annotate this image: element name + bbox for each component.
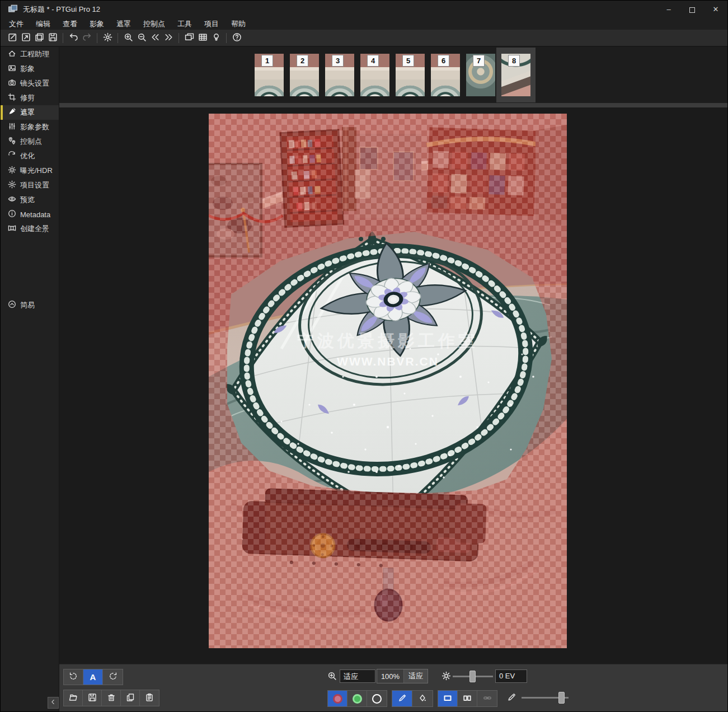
auto-mask-button[interactable]: A xyxy=(83,669,103,685)
mask-red-button[interactable] xyxy=(328,691,347,706)
sidebar-item-2[interactable]: 影象 xyxy=(1,62,59,76)
toolbar-open-project-button[interactable] xyxy=(19,31,32,45)
zoom-fit-select[interactable]: 适应 xyxy=(340,669,375,683)
menu-item-1[interactable]: 编辑 xyxy=(30,17,57,30)
prev-image-icon xyxy=(151,32,160,44)
view-link-button[interactable] xyxy=(477,691,497,706)
sidebar-item-10[interactable]: 项目设置 xyxy=(1,178,59,193)
sidebar-item-11[interactable]: 预览 xyxy=(1,193,59,207)
toolbar-new-project-button[interactable] xyxy=(6,31,19,45)
fill-bucket-tool-button[interactable] xyxy=(412,691,433,706)
sidebar-item-5[interactable]: 遮罩 xyxy=(1,105,59,120)
thumbnail-3[interactable]: 3 xyxy=(325,54,354,96)
sidebar-item-6[interactable]: 影象参数 xyxy=(1,120,59,134)
mask-file-group xyxy=(63,690,159,706)
menu-item-5[interactable]: 控制点 xyxy=(137,17,171,30)
window-title: 无标题 * - PTGui Pro 12 xyxy=(23,4,100,15)
toolbar-separator xyxy=(118,33,118,43)
thumbnail-scrollbar[interactable] xyxy=(59,103,727,107)
brightness-slider-handle[interactable] xyxy=(469,671,476,682)
sidebar-item-13[interactable]: 创建全景 xyxy=(1,222,59,236)
sidebar-item-label: Metadata xyxy=(20,210,50,219)
zoom-100-button[interactable]: 100% xyxy=(377,669,404,683)
sidebar-collapse-button[interactable] xyxy=(48,697,59,709)
ev-value-field[interactable]: 0 EV xyxy=(495,669,527,683)
toolbar-hint-bulb-button[interactable] xyxy=(209,31,223,45)
pen-tool-button[interactable] xyxy=(392,691,412,706)
mask-green-button[interactable] xyxy=(347,691,367,706)
save-disk-icon xyxy=(88,693,97,704)
toolbar-redo-button[interactable] xyxy=(80,31,93,45)
sidebar-item-8[interactable]: 优化 xyxy=(1,149,59,163)
menu-item-6[interactable]: 工具 xyxy=(171,17,198,30)
folder-open-button[interactable] xyxy=(64,690,83,706)
copy-pages-button[interactable] xyxy=(121,690,140,706)
thumbnail-number: 1 xyxy=(261,55,273,67)
toolbar-save-disk-button[interactable] xyxy=(46,31,59,45)
menu-item-3[interactable]: 影象 xyxy=(83,17,110,30)
toolbar-magnifier-plus-button[interactable] xyxy=(121,31,135,45)
sidebar-item-label: 影象 xyxy=(20,64,35,74)
mask-clear-button[interactable] xyxy=(367,691,387,706)
paste-clipboard-button[interactable] xyxy=(140,690,159,706)
pen-icon xyxy=(398,694,407,704)
camera-icon xyxy=(8,78,16,88)
view-dual-button[interactable] xyxy=(458,691,477,706)
toolbar-prev-image-button[interactable] xyxy=(148,31,162,45)
maximize-button[interactable] xyxy=(680,1,704,17)
sidebar-item-4[interactable]: 修剪 xyxy=(1,91,59,105)
toolbar-add-images-button[interactable] xyxy=(32,31,46,45)
magnifier-icon xyxy=(327,671,337,683)
thumbnail-2[interactable]: 2 xyxy=(290,54,319,96)
sidebar-item-9[interactable]: 曝光/HDR xyxy=(1,163,59,178)
sidebar-item-1[interactable]: 工程助理 xyxy=(1,47,59,62)
mask-canvas[interactable]: 宁波优景摄影工作室 WWW.NBVR.CN xyxy=(209,114,567,648)
menu-item-4[interactable]: 遮罩 xyxy=(110,17,137,30)
menu-item-0[interactable]: 文件 xyxy=(3,17,30,30)
brightness-slider[interactable] xyxy=(453,669,493,684)
toolbar-next-image-button[interactable] xyxy=(162,31,175,45)
thumbnail-1[interactable]: 1 xyxy=(255,54,284,96)
mask-red-icon xyxy=(333,694,342,704)
brush-size-pencil-icon xyxy=(507,692,516,704)
mask-editor-viewport: 宁波优景摄影工作室 WWW.NBVR.CN xyxy=(59,107,727,664)
sidebar-item-7[interactable]: 控制点 xyxy=(1,134,59,149)
optimize-icon xyxy=(8,151,16,161)
thumbnail-5[interactable]: 5 xyxy=(396,54,425,96)
save-disk-button[interactable] xyxy=(83,690,102,706)
rotate-ccw-button[interactable] xyxy=(64,669,83,685)
thumbnail-number: 2 xyxy=(297,55,308,67)
sidebar-item-12[interactable]: Metadata xyxy=(1,207,59,222)
thumbnail-6[interactable]: 6 xyxy=(431,54,460,96)
toolbar-undo-button[interactable] xyxy=(67,31,80,45)
sidebar-item-label: 曝光/HDR xyxy=(20,166,53,176)
menu-item-8[interactable]: 帮助 xyxy=(225,17,252,30)
fill-bucket-icon xyxy=(418,694,427,704)
view-single-icon xyxy=(443,694,452,704)
toolbar-gear-button[interactable] xyxy=(101,31,114,45)
toolbar-separator xyxy=(97,33,97,43)
close-button[interactable]: ✕ xyxy=(704,1,727,17)
toolbar-detail-grid-button[interactable] xyxy=(196,31,209,45)
brush-size-slider-handle[interactable] xyxy=(558,692,565,704)
view-single-button[interactable] xyxy=(438,691,458,706)
toolbar-panorama-editor-button[interactable] xyxy=(182,31,196,45)
zoom-fit-button[interactable]: 适应 xyxy=(404,669,428,683)
thumbnail-number: 6 xyxy=(438,55,449,67)
mask-color-group xyxy=(327,690,387,707)
thumbnail-7[interactable]: 7 xyxy=(466,54,495,96)
thumbnail-number: 7 xyxy=(473,55,485,67)
minimize-button[interactable]: – xyxy=(657,1,680,17)
rotate-cw-button[interactable] xyxy=(103,669,123,685)
sidebar-item-3[interactable]: 镜头设置 xyxy=(1,76,59,91)
menu-item-7[interactable]: 项目 xyxy=(198,17,225,30)
trash-button[interactable] xyxy=(102,690,121,706)
brush-size-slider[interactable] xyxy=(522,690,569,705)
toolbar-help-button[interactable] xyxy=(230,31,243,45)
title-bar: 无标题 * - PTGui Pro 12 – ✕ xyxy=(1,1,727,17)
thumbnail-4[interactable]: 4 xyxy=(360,54,389,96)
thumbnail-8[interactable]: 8 xyxy=(501,54,530,96)
menu-item-2[interactable]: 查看 xyxy=(57,17,83,30)
sidebar-simple-mode[interactable]: 简易 xyxy=(1,298,59,312)
toolbar-magnifier-minus-button[interactable] xyxy=(135,31,148,45)
